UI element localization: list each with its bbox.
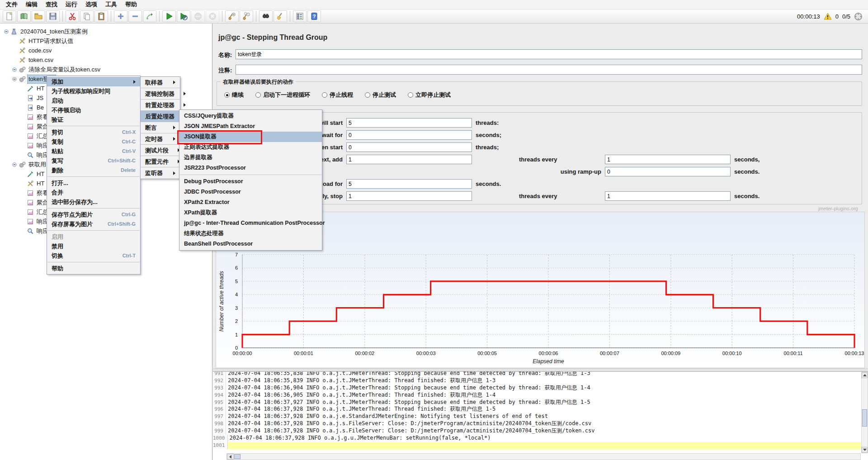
log-line[interactable]: 9962024-07-04 18:06:37,928 INFO o.a.j.t.… <box>213 406 861 413</box>
tree-expand-handle-icon[interactable] <box>3 28 10 35</box>
horizontal-splitter[interactable] <box>213 368 868 372</box>
log-vertical-scrollbar[interactable] <box>861 372 868 453</box>
new-button[interactable] <box>3 10 16 22</box>
postprocessor-menu-item[interactable]: jp@gc - Inter-Thread Communication PostP… <box>179 218 322 228</box>
context-menu-item[interactable]: 剪切Ctrl-X <box>47 128 140 137</box>
postprocessor-menu-item[interactable]: Debug PostProcessor <box>179 176 322 187</box>
menubar-item[interactable]: 工具 <box>101 0 121 9</box>
context-menu-item[interactable]: 选中部分保存为... <box>47 197 140 207</box>
log-line[interactable]: 9952024-07-04 18:06:37,927 INFO o.a.j.t.… <box>213 399 861 406</box>
tree-item[interactable]: code.csv <box>0 46 212 55</box>
scroll-up-icon[interactable] <box>862 372 868 378</box>
postprocessor-menu-item[interactable]: XPath2 Extractor <box>179 197 322 208</box>
log-line[interactable]: 9942024-07-04 18:06:36,905 INFO o.a.j.t.… <box>213 392 861 399</box>
tree-expand-handle-icon[interactable] <box>11 76 18 83</box>
clear-all-button[interactable] <box>240 10 253 22</box>
postprocessor-menu-item[interactable]: 结果状态处理器 <box>179 228 322 239</box>
paste-button[interactable] <box>94 10 108 22</box>
error-action-radio[interactable]: 立即停止测试 <box>408 91 451 99</box>
vertical-scroll-thumb[interactable] <box>862 409 867 427</box>
context-menu-item[interactable]: 切换Ctrl-T <box>47 251 140 261</box>
context-menu-item[interactable]: 为子线程添加响应时间 <box>47 86 140 96</box>
add-submenu-item[interactable]: 定时器 <box>141 133 180 145</box>
toggle-button[interactable] <box>143 10 156 22</box>
name-input[interactable] <box>236 49 862 59</box>
radio-icon[interactable] <box>365 92 370 98</box>
add-submenu-item[interactable]: 监听器 <box>141 167 180 179</box>
add-submenu-item[interactable]: 前置处理器 <box>141 100 180 111</box>
search-button[interactable] <box>259 10 273 22</box>
jmeter-plugins-link[interactable]: jmeter-plugins.org <box>818 206 858 211</box>
context-menu-item[interactable]: 保存屏幕为图片Ctrl+Shift-G <box>47 219 140 229</box>
menubar-item[interactable]: 帮助 <box>121 0 141 9</box>
radio-icon[interactable] <box>408 92 413 98</box>
context-menu-item[interactable]: 启动 <box>47 96 140 105</box>
add-submenu-item[interactable]: 测试片段 <box>141 145 180 156</box>
tree-item[interactable]: 清除全局变量以及token.csv <box>0 65 212 74</box>
context-menu-item[interactable]: 帮助 <box>47 264 140 273</box>
context-menu-item[interactable]: 复制Ctrl-C <box>47 137 140 147</box>
tree-item[interactable]: token.csv <box>0 55 212 65</box>
log-line[interactable]: 9922024-07-04 18:06:35,839 INFO o.a.j.t.… <box>213 377 861 384</box>
sched-value-input[interactable] <box>346 155 472 164</box>
context-menu-item[interactable]: 不停顿启动 <box>47 105 140 115</box>
sched-value-input[interactable] <box>346 130 472 140</box>
menubar-item[interactable]: 编辑 <box>22 0 42 9</box>
postprocessor-menu-item[interactable]: CSS/JQuery提取器 <box>179 111 322 121</box>
error-action-radio[interactable]: 停止测试 <box>365 91 396 99</box>
log-line[interactable]: 10002024-07-04 18:06:37,928 INFO o.a.j.g… <box>213 435 861 442</box>
tree-item[interactable]: 20240704_token压测案例 <box>0 27 212 36</box>
sched-value-input[interactable] <box>346 191 472 201</box>
menubar-item[interactable]: 查找 <box>42 0 61 9</box>
sched-value-input[interactable] <box>346 118 472 128</box>
error-action-radio[interactable]: 停止线程 <box>322 91 353 99</box>
log-line[interactable]: 9972024-07-04 18:06:37,928 INFO o.a.j.e.… <box>213 413 861 420</box>
context-menu-item[interactable]: 验证 <box>47 115 140 124</box>
templates-button[interactable] <box>17 10 31 22</box>
log-line[interactable]: 9982024-07-04 18:06:37,928 INFO o.a.j.s.… <box>213 420 861 427</box>
postprocessor-menu-item[interactable]: JSR223 PostProcessor <box>179 163 322 173</box>
save-button[interactable] <box>46 10 60 22</box>
context-menu-item[interactable]: 禁用 <box>47 242 140 251</box>
radio-icon[interactable] <box>322 92 327 98</box>
context-menu-item[interactable]: 复写Ctrl+Shift-C <box>47 156 140 166</box>
warning-icon[interactable] <box>824 12 832 20</box>
collapse-all-button[interactable] <box>128 10 142 22</box>
menubar-item[interactable]: 运行 <box>61 0 81 9</box>
function-helper-button[interactable] <box>293 10 307 22</box>
error-action-radio[interactable]: 启动下一进程循环 <box>255 91 310 99</box>
postprocessor-menu-item[interactable]: JDBC PostProcessor <box>179 187 322 197</box>
log-horizontal-scrollbar[interactable] <box>226 453 861 460</box>
tree-item[interactable]: HTTP请求默认值 <box>0 36 212 46</box>
error-action-radio[interactable]: 继续 <box>224 91 244 99</box>
copy-button[interactable] <box>80 10 94 22</box>
sched-value2-input[interactable] <box>605 167 731 176</box>
postprocessor-menu-item[interactable]: BeanShell PostProcessor <box>179 239 322 249</box>
context-menu-item[interactable]: 打开... <box>47 178 140 188</box>
context-menu-item[interactable]: 添加 <box>47 77 140 86</box>
expand-all-button[interactable] <box>114 10 127 22</box>
log-line[interactable]: 9912024-07-04 18:06:35,838 INFO o.a.j.t.… <box>213 372 861 377</box>
context-menu-item[interactable]: 保存节点为图片Ctrl-G <box>47 210 140 219</box>
context-menu-item[interactable]: 粘贴Ctrl-V <box>47 147 140 156</box>
tree-expand-handle-icon[interactable] <box>11 66 18 73</box>
help-button[interactable]: ? <box>307 10 321 22</box>
log-line[interactable]: 9992024-07-04 18:06:37,928 INFO o.a.j.s.… <box>213 427 861 435</box>
scroll-left-icon[interactable] <box>227 454 234 460</box>
comment-input[interactable] <box>236 65 862 75</box>
start-no-timers-button[interactable] <box>177 10 190 22</box>
add-submenu-item[interactable]: 配置元件 <box>141 156 180 167</box>
radio-icon[interactable] <box>224 92 230 98</box>
menubar-item[interactable]: 选项 <box>81 0 101 9</box>
scroll-down-icon[interactable] <box>862 447 868 453</box>
start-button[interactable] <box>162 10 176 22</box>
context-menu-item[interactable]: 合并 <box>47 188 140 197</box>
reset-search-button[interactable] <box>274 10 287 22</box>
log-line[interactable]: 9932024-07-04 18:06:36,904 INFO o.a.j.t.… <box>213 384 861 392</box>
add-submenu-item[interactable]: 断言 <box>141 122 180 133</box>
menubar-item[interactable]: 文件 <box>2 0 22 9</box>
log-line[interactable]: 1001 <box>213 442 861 449</box>
open-button[interactable] <box>32 10 45 22</box>
add-submenu-item[interactable]: 取样器 <box>141 77 180 88</box>
postprocessor-menu-item[interactable]: XPath提取器 <box>179 208 322 218</box>
